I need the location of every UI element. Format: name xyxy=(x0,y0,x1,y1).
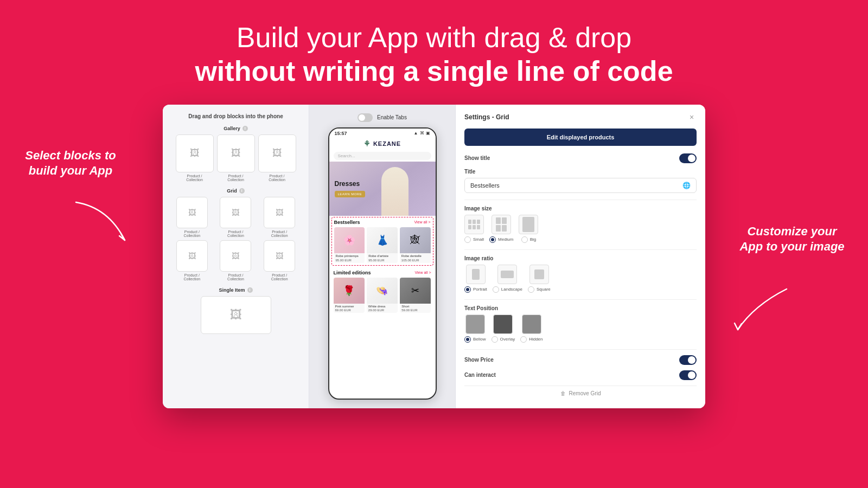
left-annotation: Select blocks to build your App xyxy=(22,148,119,179)
image-size-big[interactable]: Big xyxy=(519,215,538,243)
image-icon-1: 🖼 xyxy=(190,147,200,159)
gallery-item-1[interactable]: 🖼 Product /Collection xyxy=(176,134,214,182)
banner-figure xyxy=(381,167,409,216)
product-info-2: Robe d'artiste 95.00 EUR xyxy=(367,253,398,263)
show-title-label: Show title xyxy=(464,155,490,161)
gallery-item-3[interactable]: 🖼 Product /Collection xyxy=(258,134,296,182)
grid-item-5[interactable]: 🖼 Product /Collection xyxy=(215,240,257,281)
battery-icon: ▣ xyxy=(426,131,430,136)
limited-info-2: White dress 29.00 EUR xyxy=(367,304,398,313)
title-input-row: 🌐 xyxy=(464,178,697,193)
mockup-container: Drag and drop blocks into the phone Gall… xyxy=(163,105,705,408)
grid-img-3: 🖼 xyxy=(276,208,283,217)
grid-img-4: 🖼 xyxy=(188,252,196,260)
globe-icon: 🌐 xyxy=(682,182,691,189)
can-interact-toggle[interactable] xyxy=(679,370,697,380)
gallery-info-icon: i xyxy=(242,126,248,131)
image-size-options: Small Medium xyxy=(464,215,697,243)
hero-line2: without writing a single line of code xyxy=(54,54,814,88)
gallery-card-2: 🖼 xyxy=(217,134,255,172)
can-interact-label: Can interact xyxy=(464,372,496,378)
portrait-preview-box xyxy=(466,265,486,284)
hidden-preview xyxy=(522,314,541,334)
remove-grid-button[interactable]: 🗑 Remove Grid xyxy=(464,386,697,401)
show-price-toggle[interactable] xyxy=(679,355,697,365)
image-icon-2: 🖼 xyxy=(231,147,241,159)
bestsellers-view-all[interactable]: View all > xyxy=(414,220,430,224)
brand-logo: ⚘ KEZANE xyxy=(363,139,401,148)
bellow-radio[interactable] xyxy=(464,336,471,343)
square-preview-box xyxy=(529,265,549,284)
image-ratio-label: Image ratio xyxy=(464,255,697,261)
limited-editions-view-all[interactable]: View all > xyxy=(414,271,431,274)
text-pos-bellow[interactable]: Bellow xyxy=(464,314,486,343)
grid-item-2[interactable]: 🖼 Product /Collection xyxy=(215,197,257,237)
gallery-item-2[interactable]: 🖼 Product /Collection xyxy=(217,134,255,182)
settings-panel: Settings - Grid × Edit displayed product… xyxy=(456,105,705,408)
limited-product-3[interactable]: ✂ Short 59.00 EUR xyxy=(400,278,431,313)
bestseller-product-2[interactable]: 👗 Robe d'artiste 95.00 EUR xyxy=(367,227,398,263)
left-panel: Drag and drop blocks into the phone Gall… xyxy=(163,105,309,408)
bestsellers-title: Bestsellers xyxy=(334,220,360,225)
hero-section: Build your App with drag & drop without … xyxy=(0,0,868,105)
banner-cta[interactable]: LEARN MORE xyxy=(335,191,366,197)
bellow-preview xyxy=(465,314,485,334)
single-item-img: 🖼 xyxy=(230,308,242,322)
image-size-small[interactable]: Small xyxy=(464,215,484,243)
grid-info-icon: i xyxy=(239,188,245,194)
bestsellers-header: Bestsellers View all > xyxy=(334,220,431,225)
left-panel-title: Drag and drop blocks into the phone xyxy=(171,113,300,119)
gallery-card-3: 🖼 xyxy=(258,134,296,172)
text-position-label: Text Position xyxy=(464,305,697,311)
bestseller-product-1[interactable]: 🌸 Robe printemps 95.00 EUR xyxy=(334,227,365,263)
big-grid-icon xyxy=(522,217,534,232)
banner-heading: Dresses xyxy=(335,180,366,188)
landscape-radio[interactable] xyxy=(493,286,499,293)
image-size-label: Image size xyxy=(464,206,697,211)
bestsellers-products: 🌸 Robe printemps 95.00 EUR 👗 Robe d'arti… xyxy=(334,227,431,263)
close-button[interactable]: × xyxy=(687,112,697,122)
square-radio[interactable] xyxy=(528,286,534,293)
hidden-radio[interactable] xyxy=(520,336,527,343)
ratio-portrait[interactable]: Portrait xyxy=(464,265,487,293)
big-preview xyxy=(519,215,538,234)
bestseller-product-3[interactable]: 🕸 Robe dentelle 105.00 EUR xyxy=(400,227,431,263)
show-title-toggle[interactable] xyxy=(679,153,697,163)
single-item-card[interactable]: 🖼 xyxy=(201,296,271,334)
grid-item-1[interactable]: 🖼 Product /Collection xyxy=(171,197,213,237)
limited-editions-products: 🌹 Pink summer 69.00 EUR 👒 White dress xyxy=(334,278,431,313)
limited-img-2: 👒 xyxy=(367,278,398,304)
medium-preview xyxy=(492,215,511,234)
big-radio[interactable] xyxy=(521,236,528,243)
title-input[interactable] xyxy=(470,182,682,189)
settings-header: Settings - Grid × xyxy=(464,112,697,122)
limited-editions-header: Limited editions View all > xyxy=(334,270,431,275)
grid-item-6[interactable]: 🖼 Product /Collection xyxy=(259,240,300,281)
medium-radio[interactable] xyxy=(489,236,496,243)
single-item-title: Single Item i xyxy=(171,287,300,293)
portrait-radio[interactable] xyxy=(464,286,471,293)
brand-icon: ⚘ xyxy=(363,139,371,148)
portrait-icon xyxy=(472,269,480,280)
limited-product-2[interactable]: 👒 White dress 29.00 EUR xyxy=(367,278,398,313)
hero-line1: Build your App with drag & drop xyxy=(54,21,814,54)
overlay-radio[interactable] xyxy=(492,336,498,343)
limited-info-3: Short 59.00 EUR xyxy=(400,304,431,313)
grid-item-3[interactable]: 🖼 Product /Collection xyxy=(259,197,300,237)
limited-product-1[interactable]: 🌹 Pink summer 69.00 EUR xyxy=(334,278,365,313)
grid-item-4[interactable]: 🖼 Product /Collection xyxy=(171,240,213,281)
phone-status-icons: ▲ ⌘ ▣ xyxy=(414,131,430,136)
phone-search[interactable]: Search... xyxy=(334,152,431,160)
text-pos-overlay[interactable]: Overlay xyxy=(492,314,515,343)
small-radio[interactable] xyxy=(464,236,471,243)
ratio-landscape[interactable]: Landscape xyxy=(493,265,522,293)
grid-title: Grid i xyxy=(171,188,300,194)
ratio-square[interactable]: Square xyxy=(528,265,551,293)
grid-img-2: 🖼 xyxy=(232,208,239,217)
text-pos-hidden[interactable]: Hidden xyxy=(520,314,542,343)
enable-tabs-toggle[interactable] xyxy=(358,113,373,122)
edit-products-button[interactable]: Edit displayed products xyxy=(464,129,697,146)
image-size-medium[interactable]: Medium xyxy=(489,215,513,243)
grid-items: 🖼 Product /Collection 🖼 Product /Collect… xyxy=(171,197,300,281)
signal-icon: ▲ xyxy=(414,131,418,136)
